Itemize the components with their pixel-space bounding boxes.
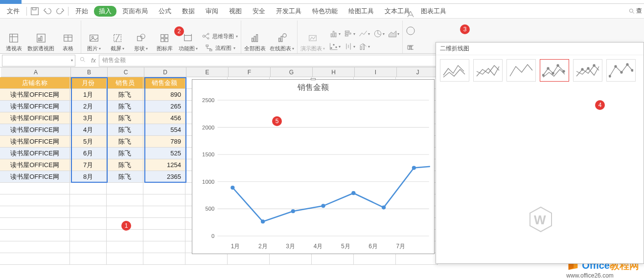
cell[interactable]: 265 (143, 101, 185, 112)
line-chart-thumb-4[interactable] (540, 59, 569, 82)
cell[interactable]: 陈飞 (107, 124, 143, 136)
tab-drawtools[interactable]: 绘图工具 (344, 5, 379, 18)
cell[interactable] (70, 183, 107, 194)
cell[interactable]: 890 (143, 89, 185, 101)
cell[interactable] (70, 206, 107, 218)
cell[interactable]: 1254 (143, 159, 185, 171)
colhead-C[interactable]: C (108, 67, 144, 77)
line-chart-icon[interactable]: ▾ (358, 28, 370, 40)
tab-special[interactable]: 特色功能 (307, 5, 343, 18)
cell[interactable] (0, 194, 70, 206)
cell[interactable]: 525 (143, 148, 185, 159)
onlinecharts-button[interactable]: 在线图表▾ (270, 32, 294, 52)
equation-icon[interactable]: π (405, 42, 416, 53)
cell[interactable]: 554 (143, 124, 185, 136)
column-chart-icon[interactable]: ▾ (329, 28, 341, 40)
colhead-E[interactable]: E (186, 67, 229, 77)
cell[interactable]: 3月 (70, 112, 107, 124)
cell[interactable]: 读书屋OFFICE网 (0, 136, 70, 148)
search-button[interactable]: 查 (626, 5, 644, 17)
colhead-D[interactable]: D (144, 67, 186, 77)
cell[interactable] (107, 253, 143, 265)
cell[interactable] (143, 194, 185, 206)
stock-chart-icon[interactable]: ▾ (344, 41, 355, 52)
tab-home[interactable]: 开始 (70, 5, 93, 18)
cell[interactable]: 陈飞 (107, 136, 143, 148)
pivottable-button[interactable]: 透视表 (4, 32, 23, 52)
cell[interactable] (270, 253, 312, 265)
cell[interactable] (143, 183, 185, 194)
pivotchart-button[interactable]: 数据透视图 (27, 32, 54, 52)
pie-chart-icon[interactable]: ▾ (373, 28, 385, 40)
cell[interactable]: 4月 (70, 124, 107, 136)
cell[interactable]: 陈飞 (107, 159, 143, 171)
cell[interactable] (0, 253, 70, 265)
tab-charttools[interactable]: 图表工具 (416, 5, 451, 18)
name-box[interactable]: ▾ (2, 55, 75, 66)
colhead-G[interactable]: G (271, 67, 313, 77)
cell[interactable]: 读书屋OFFICE网 (0, 148, 70, 159)
cell[interactable]: 陈飞 (107, 101, 143, 112)
cell[interactable] (0, 230, 70, 241)
zoom-icon[interactable] (77, 56, 88, 64)
tab-insert[interactable]: 插入 (94, 6, 116, 17)
combo-chart-icon[interactable]: ▾ (358, 41, 370, 52)
cell[interactable]: 陈飞 (107, 148, 143, 159)
colhead-B[interactable]: B (71, 67, 108, 77)
cell[interactable] (396, 253, 438, 265)
cell[interactable]: 8月 (70, 171, 107, 183)
tab-file[interactable]: 文件 (2, 5, 24, 18)
cell[interactable] (70, 218, 107, 230)
cell[interactable] (70, 253, 107, 265)
cell[interactable] (70, 241, 107, 253)
cell[interactable]: 1月 (70, 89, 107, 101)
cell[interactable] (185, 253, 228, 265)
tab-formulas[interactable]: 公式 (154, 5, 176, 18)
cell[interactable]: 读书屋OFFICE网 (0, 171, 70, 183)
cell[interactable] (0, 218, 70, 230)
cell[interactable]: 陈飞 (107, 171, 143, 183)
mindmap-button[interactable]: 思维导图▾ (202, 32, 238, 41)
table-button[interactable]: 表格 (58, 32, 78, 52)
tab-view[interactable]: 视图 (224, 5, 247, 18)
cell[interactable]: 2365 (143, 171, 185, 183)
cell[interactable] (354, 253, 396, 265)
cell[interactable] (312, 253, 354, 265)
scatter-chart-icon[interactable]: ▾ (329, 41, 341, 52)
cell[interactable] (107, 194, 143, 206)
fx-label[interactable]: fx (88, 57, 99, 64)
cell[interactable]: 2月 (70, 101, 107, 112)
cell[interactable]: 销售金额 (143, 77, 185, 89)
cell[interactable]: 店铺名称 (0, 77, 70, 89)
cell[interactable] (107, 183, 143, 194)
cell[interactable]: 读书屋OFFICE网 (0, 101, 70, 112)
iconlib-button[interactable]: 图标库 (155, 32, 174, 52)
cell[interactable]: 789 (143, 136, 185, 148)
cell[interactable] (70, 194, 107, 206)
cell[interactable] (143, 230, 185, 241)
table-row[interactable] (0, 253, 438, 265)
shapes-button[interactable]: 形状▾ (131, 32, 151, 52)
tab-data[interactable]: 数据 (177, 5, 200, 18)
cell[interactable] (143, 241, 185, 253)
cell[interactable] (107, 230, 143, 241)
bar-chart-icon[interactable]: ▾ (344, 28, 355, 40)
allcharts-button[interactable]: 全部图表 (244, 32, 266, 52)
cell[interactable]: 6月 (70, 148, 107, 159)
save-icon[interactable] (29, 5, 41, 17)
cell[interactable] (0, 206, 70, 218)
cell[interactable]: 陈飞 (107, 112, 143, 124)
colhead-J[interactable]: J (397, 67, 439, 77)
colhead-H[interactable]: H (313, 67, 355, 77)
screenshot-button[interactable]: 截屏▾ (108, 32, 127, 52)
cell[interactable] (228, 253, 270, 265)
demochart-button[interactable]: 演示图表▾ (300, 32, 325, 52)
cell[interactable] (70, 230, 107, 241)
cell[interactable]: 7月 (70, 159, 107, 171)
area-chart-icon[interactable]: ▾ (388, 28, 399, 40)
cell[interactable] (143, 218, 185, 230)
line-chart-thumb-1[interactable] (440, 59, 469, 82)
cell[interactable]: 陈飞 (107, 89, 143, 101)
tab-review[interactable]: 审阅 (201, 5, 223, 18)
cell[interactable]: 456 (143, 112, 185, 124)
